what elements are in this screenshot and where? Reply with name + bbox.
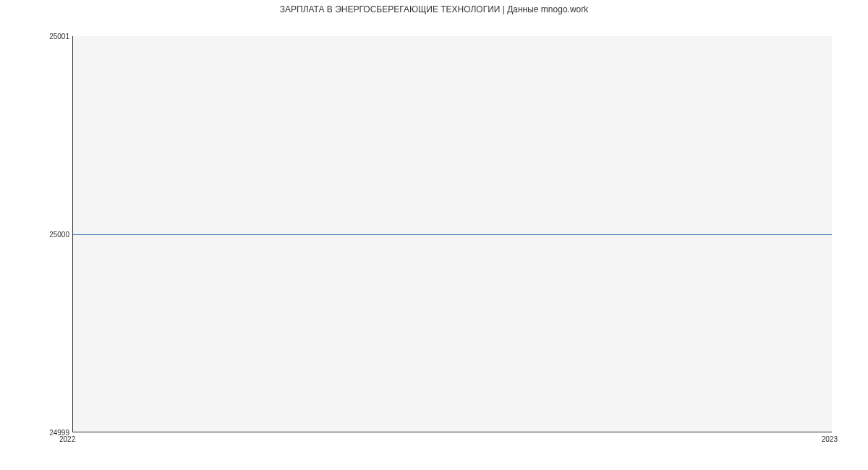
x-tick-label-right: 2023: [822, 435, 838, 443]
y-tick-label-top: 25001: [49, 33, 69, 40]
x-tick-label-left: 2022: [59, 435, 75, 443]
chart-title: ЗАРПЛАТА В ЭНЕРГОСБЕРЕГАЮЩИЕ ТЕХНОЛОГИИ …: [0, 4, 868, 14]
y-tick-label-mid: 25000: [49, 231, 69, 239]
plot-area: [72, 36, 832, 432]
data-line: [73, 234, 832, 235]
